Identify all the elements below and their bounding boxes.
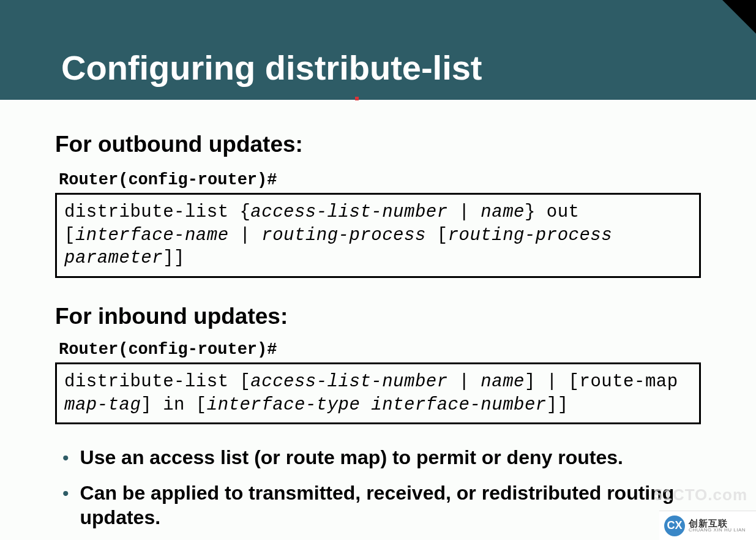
bullet-text: Can be applied to transmitted, received,… — [80, 481, 701, 530]
bullet-list: • Use an access list (or route map) to p… — [55, 445, 701, 530]
inbound-syntax-box: distribute-list [access-list-number | na… — [55, 362, 701, 424]
inbound-heading: For inbound updates: — [55, 304, 701, 329]
syntax-text: ]] — [547, 395, 569, 415]
syntax-text: distribute-list [ — [64, 372, 250, 392]
outbound-syntax-box: distribute-list {access-list-number | na… — [55, 193, 701, 278]
brand-logo-text: 创新互联 CHUANG XIN HU LIAN — [689, 519, 746, 533]
brand-name-pinyin: CHUANG XIN HU LIAN — [689, 528, 746, 533]
outbound-heading: For outbound updates: — [55, 132, 701, 157]
syntax-text: | — [448, 372, 481, 392]
syntax-arg: name — [481, 202, 525, 222]
bullet-text: Use an access list (or route map) to per… — [80, 445, 623, 470]
syntax-arg: access-list-number — [250, 202, 447, 222]
syntax-text: | — [448, 202, 481, 222]
syntax-text: distribute-list { — [64, 202, 250, 222]
syntax-arg: access-list-number — [250, 372, 447, 392]
syntax-arg: interface-name — [75, 225, 229, 246]
accent-dot — [355, 97, 359, 100]
slide-title: Configuring distribute-list — [61, 48, 482, 88]
syntax-text: ] | [route-map — [525, 372, 678, 392]
brand-logo: CX 创新互联 CHUANG XIN HU LIAN — [659, 511, 756, 540]
bullet-icon: • — [62, 448, 69, 468]
watermark: 51CTO.com — [654, 486, 747, 504]
outbound-prompt: Router(config-router)# — [59, 171, 701, 189]
brand-logo-icon: CX — [664, 516, 685, 536]
syntax-text: [ — [426, 225, 448, 246]
syntax-arg: map-tag — [64, 395, 141, 415]
syntax-arg: routing-process — [261, 225, 426, 246]
list-item: • Can be applied to transmitted, receive… — [62, 481, 701, 530]
syntax-arg: interface-type interface-number — [207, 395, 547, 415]
inbound-prompt: Router(config-router)# — [59, 340, 701, 359]
syntax-arg: name — [481, 372, 525, 392]
list-item: • Use an access list (or route map) to p… — [62, 445, 701, 470]
slide-header: Configuring distribute-list — [0, 0, 756, 100]
bullet-icon: • — [62, 483, 69, 503]
brand-name-cn: 创新互联 — [689, 519, 746, 528]
syntax-text: | — [229, 225, 262, 246]
syntax-text: ] in [ — [141, 395, 206, 415]
corner-decoration — [722, 0, 756, 34]
slide-content: For outbound updates: Router(config-rout… — [0, 100, 756, 530]
syntax-text: ]] — [163, 248, 185, 268]
